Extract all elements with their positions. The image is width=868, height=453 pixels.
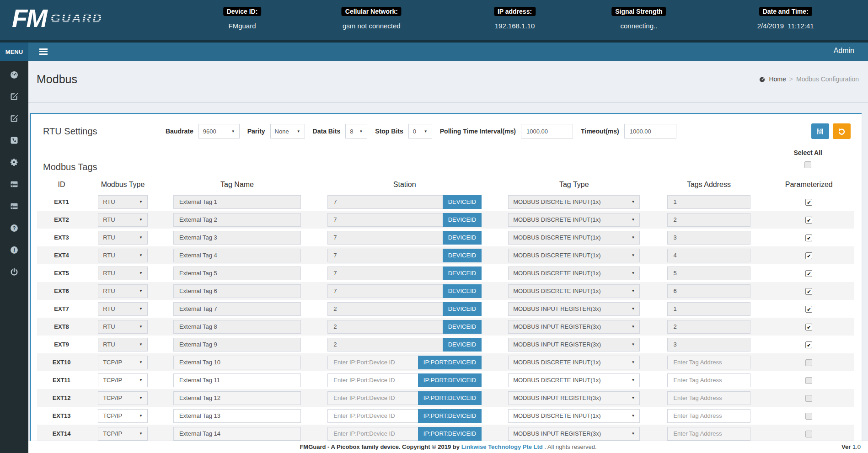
data-bits-select[interactable]: 8 ▼ xyxy=(345,124,367,139)
tags-address-input[interactable] xyxy=(667,284,750,298)
parameterized-checkbox[interactable] xyxy=(805,413,812,420)
tags-address-input[interactable] xyxy=(667,320,750,334)
modbus-type-select[interactable]: RTU▼ xyxy=(98,320,148,334)
modbus-type-select[interactable]: TCP/IP▼ xyxy=(98,409,148,423)
parameterized-checkbox[interactable] xyxy=(805,217,812,224)
modbus-type-select[interactable]: RTU▼ xyxy=(98,266,148,280)
station-device-button[interactable]: DEVICEID xyxy=(443,213,482,227)
tag-type-select[interactable]: MODBUS DISCRETE INPUT(1x)▼ xyxy=(508,213,640,227)
tag-name-input[interactable] xyxy=(173,213,301,227)
reset-button[interactable] xyxy=(833,123,851,139)
modbus-type-select[interactable]: TCP/IP▼ xyxy=(98,373,148,387)
station-input[interactable] xyxy=(327,195,443,209)
modbus-type-select[interactable]: TCP/IP▼ xyxy=(98,427,148,441)
tags-address-input[interactable] xyxy=(667,302,750,316)
station-device-button[interactable]: DEVICEID xyxy=(443,338,482,352)
tag-name-input[interactable] xyxy=(173,391,301,405)
station-input[interactable] xyxy=(327,249,443,262)
station-input[interactable] xyxy=(327,391,418,405)
station-device-button[interactable]: DEVICEID xyxy=(443,195,482,209)
tag-type-select[interactable]: MODBUS DISCRETE INPUT(1x)▼ xyxy=(508,249,640,262)
parameterized-checkbox[interactable] xyxy=(805,288,812,295)
tag-name-input[interactable] xyxy=(173,302,301,316)
parameterized-checkbox[interactable] xyxy=(805,252,812,259)
tag-type-select[interactable]: MODBUS DISCRETE INPUT(1x)▼ xyxy=(508,409,640,423)
modbus-type-select[interactable]: RTU▼ xyxy=(98,195,148,209)
sidebar-item-table-alt[interactable] xyxy=(0,196,28,218)
tag-type-select[interactable]: MODBUS DISCRETE INPUT(1x)▼ xyxy=(508,373,640,387)
station-input[interactable] xyxy=(327,231,443,245)
station-input[interactable] xyxy=(327,427,418,441)
station-input[interactable] xyxy=(327,284,443,298)
station-device-button[interactable]: IP:PORT:DEVICEID xyxy=(418,427,482,441)
station-device-button[interactable]: IP:PORT:DEVICEID xyxy=(418,373,482,387)
tag-name-input[interactable] xyxy=(173,338,301,352)
sidebar-item-help[interactable]: ? xyxy=(0,218,28,240)
station-input[interactable] xyxy=(327,409,418,423)
parameterized-checkbox[interactable] xyxy=(805,431,812,437)
tag-type-select[interactable]: MODBUS INPUT REGISTER(3x)▼ xyxy=(508,427,640,441)
polling-interval-input[interactable] xyxy=(521,124,573,139)
tag-type-select[interactable]: MODBUS DISCRETE INPUT(1x)▼ xyxy=(508,266,640,280)
tags-address-input[interactable] xyxy=(667,338,750,352)
parameterized-checkbox[interactable] xyxy=(805,341,812,348)
station-device-button[interactable]: DEVICEID xyxy=(443,284,482,298)
station-device-button[interactable]: DEVICEID xyxy=(443,249,482,262)
parameterized-checkbox[interactable] xyxy=(805,234,812,241)
sidebar-item-phone[interactable] xyxy=(0,130,28,152)
stop-bits-select[interactable]: 0 ▼ xyxy=(408,124,432,139)
tag-type-select[interactable]: MODBUS INPUT REGISTER(3x)▼ xyxy=(508,302,640,316)
tag-name-input[interactable] xyxy=(173,320,301,334)
breadcrumb-home[interactable]: Home xyxy=(769,75,786,83)
sidebar-item-info[interactable]: i xyxy=(0,240,28,262)
parameterized-checkbox[interactable] xyxy=(805,377,812,384)
station-device-button[interactable]: DEVICEID xyxy=(443,231,482,245)
parameterized-checkbox[interactable] xyxy=(805,359,812,366)
station-device-button[interactable]: DEVICEID xyxy=(443,266,482,280)
modbus-type-select[interactable]: RTU▼ xyxy=(98,213,148,227)
tags-address-input[interactable] xyxy=(667,356,750,369)
parity-select[interactable]: None ▼ xyxy=(270,124,305,139)
tag-type-select[interactable]: MODBUS DISCRETE INPUT(1x)▼ xyxy=(508,356,640,369)
baudrate-select[interactable]: 9600 ▼ xyxy=(198,124,240,139)
station-device-button[interactable]: IP:PORT:DEVICEID xyxy=(418,409,482,423)
tags-address-input[interactable] xyxy=(667,391,750,405)
parameterized-checkbox[interactable] xyxy=(805,270,812,277)
tag-name-input[interactable] xyxy=(173,266,301,280)
station-input[interactable] xyxy=(327,320,443,334)
tags-address-input[interactable] xyxy=(667,373,750,387)
tag-name-input[interactable] xyxy=(173,249,301,262)
tags-address-input[interactable] xyxy=(667,409,750,423)
parameterized-checkbox[interactable] xyxy=(805,324,812,330)
tag-name-input[interactable] xyxy=(173,373,301,387)
tag-name-input[interactable] xyxy=(173,409,301,423)
tags-address-input[interactable] xyxy=(667,266,750,280)
tags-address-input[interactable] xyxy=(667,427,750,441)
station-device-button[interactable]: IP:PORT:DEVICEID xyxy=(418,356,482,369)
tag-type-select[interactable]: MODBUS INPUT REGISTER(3x)▼ xyxy=(508,391,640,405)
parameterized-checkbox[interactable] xyxy=(805,306,812,313)
tag-type-select[interactable]: MODBUS DISCRETE INPUT(1x)▼ xyxy=(508,195,640,209)
tags-address-input[interactable] xyxy=(667,249,750,262)
station-input[interactable] xyxy=(327,266,443,280)
tags-address-input[interactable] xyxy=(667,213,750,227)
station-input[interactable] xyxy=(327,338,443,352)
select-all-checkbox[interactable] xyxy=(804,161,811,168)
sidebar-item-gear[interactable] xyxy=(0,152,28,174)
tag-type-select[interactable]: MODBUS INPUT REGISTER(3x)▼ xyxy=(508,338,640,352)
tag-name-input[interactable] xyxy=(173,356,301,369)
sidebar-item-table[interactable] xyxy=(0,174,28,196)
sidebar-item-dashboard[interactable] xyxy=(0,64,28,86)
modbus-type-select[interactable]: TCP/IP▼ xyxy=(98,391,148,405)
timeout-input[interactable] xyxy=(624,124,676,139)
station-input[interactable] xyxy=(327,213,443,227)
save-button[interactable] xyxy=(811,123,829,139)
station-device-button[interactable]: IP:PORT:DEVICEID xyxy=(418,391,482,405)
station-device-button[interactable]: DEVICEID xyxy=(443,302,482,316)
station-input[interactable] xyxy=(327,356,418,369)
tag-name-input[interactable] xyxy=(173,231,301,245)
tag-name-input[interactable] xyxy=(173,427,301,441)
sidebar-item-edit-alt[interactable] xyxy=(0,108,28,130)
modbus-type-select[interactable]: RTU▼ xyxy=(98,284,148,298)
modbus-type-select[interactable]: TCP/IP▼ xyxy=(98,356,148,369)
